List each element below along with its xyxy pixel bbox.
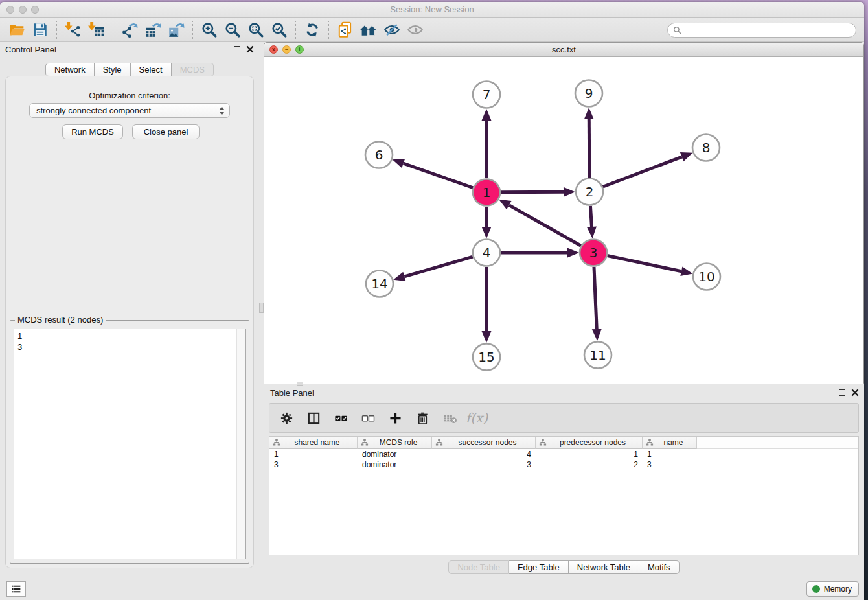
import-network-button[interactable] bbox=[62, 19, 85, 40]
zoom-in-button[interactable] bbox=[198, 19, 221, 40]
zoom-fit-icon bbox=[247, 21, 264, 38]
table-cell[interactable]: dominator bbox=[358, 449, 432, 459]
export-image-button[interactable] bbox=[165, 19, 188, 40]
table-panel-title: Table Panel bbox=[270, 388, 314, 398]
graph-edge-3-11[interactable] bbox=[594, 267, 597, 329]
homes-icon bbox=[360, 21, 377, 38]
graph-edge-2-8[interactable] bbox=[603, 157, 682, 187]
mcds-result-textarea[interactable]: 13 bbox=[14, 329, 246, 559]
table-settings-button[interactable] bbox=[277, 409, 295, 427]
graph-node-14[interactable]: 14 bbox=[366, 271, 393, 297]
select-all-rows-button[interactable] bbox=[332, 409, 350, 427]
optimization-criterion-select[interactable]: strongly connected component bbox=[29, 103, 230, 118]
graph-edge-3-10[interactable] bbox=[608, 256, 681, 271]
tab-mcds[interactable]: MCDS bbox=[172, 63, 214, 76]
app-title: Session: New Session bbox=[0, 5, 864, 14]
column-header-shared-name[interactable]: shared name bbox=[269, 437, 358, 449]
tab-network[interactable]: Network bbox=[45, 63, 95, 76]
column-header-mcds-role[interactable]: MCDS role bbox=[358, 437, 432, 449]
run-mcds-button[interactable]: Run MCDS bbox=[62, 124, 123, 139]
table-cell[interactable]: dominator bbox=[358, 459, 432, 470]
tab-edge-table[interactable]: Edge Table bbox=[509, 560, 569, 574]
table-cell[interactable]: 1 bbox=[269, 449, 358, 459]
graph-node-9[interactable]: 9 bbox=[575, 80, 602, 107]
float-table-panel-icon[interactable] bbox=[839, 389, 845, 396]
table-toolbar: f(x) bbox=[269, 403, 859, 433]
graph-node-11[interactable]: 11 bbox=[584, 342, 611, 369]
import-table-icon bbox=[88, 21, 105, 38]
optimization-criterion-label: Optimization criterion: bbox=[6, 91, 253, 100]
zoom-fit-button[interactable] bbox=[244, 19, 268, 40]
graph-node-2[interactable]: 2 bbox=[576, 179, 603, 205]
graph-node-label: 6 bbox=[375, 147, 383, 163]
search-box[interactable] bbox=[667, 23, 856, 38]
select-stepper-icon bbox=[219, 106, 225, 115]
column-header-predecessor-nodes[interactable]: predecessor nodes bbox=[536, 437, 643, 449]
column-header-label: shared name bbox=[282, 438, 357, 447]
close-table-panel-icon[interactable] bbox=[851, 389, 859, 397]
graph-node-15[interactable]: 15 bbox=[473, 344, 500, 371]
graph-node-1[interactable]: 1 bbox=[473, 179, 500, 206]
open-session-button[interactable] bbox=[5, 19, 29, 40]
import-table-button[interactable] bbox=[85, 19, 108, 40]
vertical-splitter-handle[interactable] bbox=[259, 303, 264, 313]
graph-node-8[interactable]: 8 bbox=[692, 135, 720, 161]
graph-edge-4-14[interactable] bbox=[404, 257, 472, 277]
float-panel-icon[interactable] bbox=[234, 46, 240, 52]
table-cell[interactable]: 3 bbox=[269, 459, 358, 470]
memory-button[interactable]: Memory bbox=[806, 581, 859, 597]
network-canvas[interactable]: 7968124314101511 bbox=[264, 57, 863, 384]
table-cell[interactable]: 3 bbox=[643, 459, 697, 470]
close-panel-icon[interactable] bbox=[246, 45, 254, 53]
save-session-button[interactable] bbox=[29, 19, 52, 40]
graph-edge-1-2[interactable] bbox=[501, 192, 564, 192]
result-scrollbar[interactable] bbox=[236, 329, 245, 559]
column-type-icon bbox=[435, 439, 443, 446]
network-graph: 7968124314101511 bbox=[264, 57, 863, 384]
column-header-successor-nodes[interactable]: successor nodes bbox=[432, 437, 536, 449]
table-cell[interactable]: 1 bbox=[643, 449, 697, 459]
delete-columns-button[interactable] bbox=[413, 409, 431, 427]
export-table-button[interactable] bbox=[141, 19, 165, 40]
graph-node-10[interactable]: 10 bbox=[693, 264, 720, 290]
graph-node-4[interactable]: 4 bbox=[473, 240, 500, 266]
export-network-button[interactable] bbox=[118, 19, 141, 40]
show-column-panel-button[interactable] bbox=[304, 409, 323, 427]
table-row[interactable]: 1dominator411 bbox=[269, 449, 858, 459]
create-column-button[interactable] bbox=[386, 409, 404, 427]
graph-edge-3-1[interactable] bbox=[509, 205, 581, 246]
show-network-overview-button[interactable] bbox=[357, 19, 380, 40]
column-header-label: predecessor nodes bbox=[549, 438, 642, 447]
graph-edge-2-3[interactable] bbox=[590, 206, 591, 227]
close-panel-button[interactable]: Close panel bbox=[132, 124, 200, 139]
graph-node-7[interactable]: 7 bbox=[473, 82, 500, 108]
table-cell[interactable]: 2 bbox=[536, 459, 643, 470]
table-row[interactable]: 3dominator323 bbox=[269, 459, 858, 470]
tab-style[interactable]: Style bbox=[95, 63, 131, 76]
table-header-row: shared nameMCDS rolesuccessor nodesprede… bbox=[269, 437, 858, 449]
zoom-selected-button[interactable] bbox=[268, 19, 291, 40]
tab-select[interactable]: Select bbox=[131, 63, 172, 76]
task-history-button[interactable] bbox=[6, 581, 26, 597]
graph-node-6[interactable]: 6 bbox=[365, 142, 393, 168]
graph-edge-1-6[interactable] bbox=[404, 163, 473, 188]
column-header-name[interactable]: name bbox=[643, 437, 697, 449]
table-cell[interactable]: 3 bbox=[432, 459, 536, 470]
hide-panels-button[interactable] bbox=[380, 19, 404, 40]
tab-node-table[interactable]: Node Table bbox=[448, 560, 509, 574]
zoom-out-button[interactable] bbox=[221, 19, 244, 40]
tab-motifs[interactable]: Motifs bbox=[639, 560, 680, 574]
graph-node-label: 3 bbox=[589, 245, 598, 260]
duplicate-network-button[interactable] bbox=[334, 19, 357, 40]
search-input[interactable] bbox=[685, 26, 851, 35]
apply-preferred-layout-button[interactable] bbox=[301, 19, 324, 40]
status-bar: Memory bbox=[0, 577, 864, 600]
graph-node-3[interactable]: 3 bbox=[580, 240, 607, 266]
table-cell[interactable]: 1 bbox=[536, 449, 643, 459]
tab-network-table[interactable]: Network Table bbox=[569, 560, 639, 574]
table-cell[interactable]: 4 bbox=[432, 449, 536, 459]
deselect-all-rows-button[interactable] bbox=[359, 409, 377, 427]
column-type-icon bbox=[539, 439, 547, 446]
table-body: 1dominator4113dominator323 bbox=[269, 449, 858, 470]
graph-edge-2-9[interactable] bbox=[589, 119, 589, 178]
